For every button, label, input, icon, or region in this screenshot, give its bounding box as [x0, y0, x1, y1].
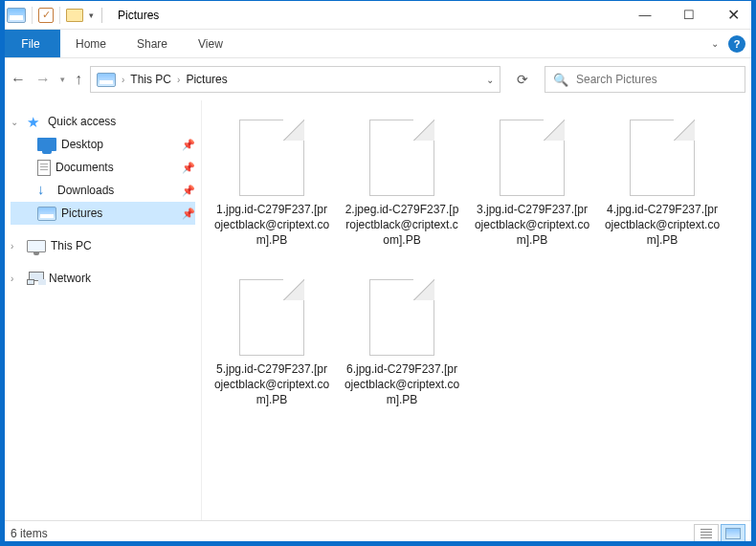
search-icon: 🔍 — [553, 73, 568, 87]
status-bar: 6 items — [1, 520, 755, 545]
computer-icon — [27, 240, 46, 252]
file-icon — [369, 120, 434, 196]
desktop-icon — [37, 138, 56, 151]
file-name: 5.jpg.id-C279F237.[projectblack@criptext… — [213, 361, 330, 408]
help-icon[interactable]: ? — [728, 35, 745, 53]
address-bar[interactable]: › This PC › Pictures ⌄ — [90, 66, 500, 93]
search-input[interactable] — [576, 73, 737, 86]
file-name: 2.jpeg.id-C279F237.[projectblack@criptex… — [344, 202, 460, 249]
download-icon — [37, 183, 53, 198]
file-icon — [369, 279, 434, 356]
pin-icon: 📌 — [182, 207, 195, 220]
tree-item-downloads[interactable]: Downloads 📌 — [11, 179, 195, 202]
address-dropdown-icon[interactable]: ⌄ — [486, 75, 494, 85]
pin-icon: 📌 — [182, 139, 195, 151]
search-box[interactable]: 🔍 — [545, 66, 745, 93]
file-icon — [500, 120, 565, 196]
expand-icon[interactable]: › — [11, 241, 22, 251]
file-name: 6.jpg.id-C279F237.[projectblack@criptext… — [344, 361, 460, 408]
explorer-window: ✓ ▾ Pictures — ☐ ✕ File Home Share View … — [0, 0, 756, 546]
expand-icon[interactable]: › — [11, 273, 22, 284]
file-item[interactable]: 4.jpg.id-C279F237.[projectblack@criptext… — [600, 116, 724, 252]
breadcrumb-segment[interactable]: This PC — [130, 73, 171, 86]
tree-label: Quick access — [48, 115, 195, 128]
window-title: Pictures — [118, 9, 159, 22]
tree-item-documents[interactable]: Documents 📌 — [11, 156, 195, 179]
body: ⌄ Quick access Desktop 📌 Documents 📌 Dow… — [1, 100, 755, 520]
file-icon — [239, 120, 304, 196]
details-view-button[interactable] — [694, 524, 719, 543]
maximize-button[interactable]: ☐ — [667, 1, 711, 30]
breadcrumb-segment[interactable]: Pictures — [186, 73, 227, 86]
pin-icon: 📌 — [182, 185, 195, 197]
tree-label: This PC — [51, 239, 195, 252]
location-icon — [97, 73, 116, 87]
file-view[interactable]: 1.jpg.id-C279F237.[projectblack@criptext… — [202, 100, 755, 520]
properties-icon[interactable]: ✓ — [38, 8, 54, 23]
app-icon[interactable] — [7, 8, 26, 23]
separator — [101, 8, 102, 23]
pin-icon: 📌 — [182, 162, 195, 174]
star-icon — [27, 114, 43, 130]
file-item[interactable]: 2.jpeg.id-C279F237.[projectblack@criptex… — [340, 116, 464, 252]
document-icon — [37, 160, 51, 176]
ribbon-expand-icon[interactable]: ⌄ — [711, 38, 719, 49]
tree-network[interactable]: › Network — [11, 267, 195, 290]
tree-item-desktop[interactable]: Desktop 📌 — [11, 133, 195, 156]
file-item[interactable]: 6.jpg.id-C279F237.[projectblack@criptext… — [340, 275, 464, 412]
tab-view[interactable]: View — [183, 30, 238, 57]
tree-label: Network — [49, 272, 195, 285]
tree-label: Documents — [56, 161, 177, 174]
separator — [32, 7, 33, 24]
item-count: 6 items — [11, 527, 48, 540]
tree-this-pc[interactable]: › This PC — [11, 234, 195, 257]
file-item[interactable]: 5.jpg.id-C279F237.[projectblack@criptext… — [210, 275, 334, 412]
tab-home[interactable]: Home — [60, 30, 122, 57]
ribbon: File Home Share View ⌄ ? — [1, 30, 755, 58]
tab-share[interactable]: Share — [122, 30, 183, 57]
file-item[interactable]: 1.jpg.id-C279F237.[projectblack@criptext… — [210, 116, 334, 252]
quick-access-toolbar: ✓ ▾ — [7, 7, 94, 24]
network-icon — [27, 272, 44, 285]
new-folder-icon[interactable] — [66, 9, 83, 22]
forward-button[interactable]: → — [35, 71, 51, 88]
pictures-icon — [37, 207, 56, 221]
chevron-right-icon[interactable]: › — [122, 75, 124, 85]
navigation-bar: ← → ▾ ↑ › This PC › Pictures ⌄ ⟳ 🔍 — [1, 58, 755, 100]
file-name: 1.jpg.id-C279F237.[projectblack@criptext… — [213, 202, 330, 249]
separator — [59, 7, 60, 24]
navigation-pane[interactable]: ⌄ Quick access Desktop 📌 Documents 📌 Dow… — [1, 100, 202, 520]
tree-label: Downloads — [57, 184, 177, 197]
collapse-icon[interactable]: ⌄ — [11, 117, 22, 127]
up-button[interactable]: ↑ — [75, 71, 82, 88]
window-controls: — ☐ ✕ — [623, 1, 755, 30]
title-bar[interactable]: ✓ ▾ Pictures — ☐ ✕ — [1, 1, 755, 30]
close-button[interactable]: ✕ — [711, 1, 755, 30]
minimize-button[interactable]: — — [623, 1, 667, 30]
history-dropdown-icon[interactable]: ▾ — [60, 75, 65, 84]
file-icon — [630, 120, 695, 196]
file-item[interactable]: 3.jpg.id-C279F237.[projectblack@criptext… — [470, 116, 594, 252]
file-icon — [239, 279, 304, 356]
back-button[interactable]: ← — [11, 71, 26, 88]
tree-quick-access[interactable]: ⌄ Quick access — [11, 110, 195, 133]
chevron-right-icon[interactable]: › — [177, 75, 180, 85]
refresh-button[interactable]: ⟳ — [508, 66, 537, 93]
file-name: 4.jpg.id-C279F237.[projectblack@criptext… — [604, 202, 721, 249]
file-name: 3.jpg.id-C279F237.[projectblack@criptext… — [474, 202, 590, 249]
tree-label: Desktop — [61, 138, 177, 151]
file-tab[interactable]: File — [1, 30, 60, 57]
tree-label: Pictures — [61, 207, 177, 220]
qat-dropdown-icon[interactable]: ▾ — [89, 11, 94, 20]
tree-item-pictures[interactable]: Pictures 📌 — [11, 202, 195, 225]
thumbnails-view-button[interactable] — [721, 524, 745, 543]
